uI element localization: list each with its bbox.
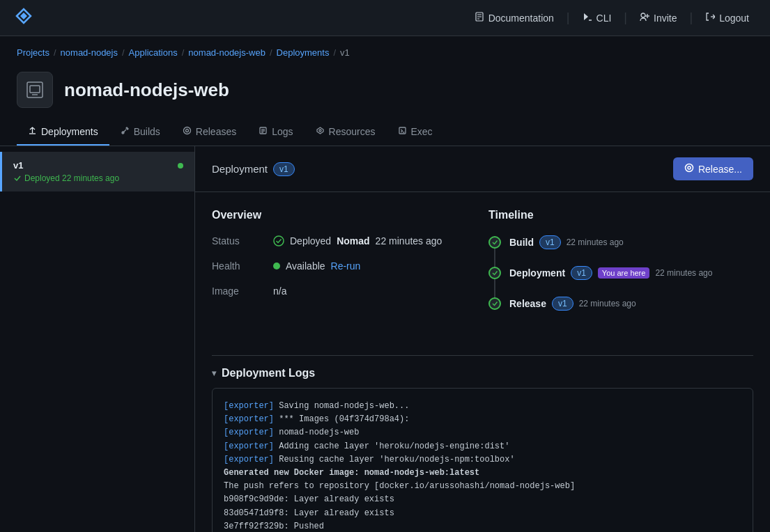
svg-point-23 [319,130,321,132]
timeline-content-release: Release v1 22 minutes ago [509,297,636,311]
status-nomad: Nomad [337,235,369,247]
tab-logs[interactable]: Logs [247,119,304,146]
release-timeline-badge: v1 [552,297,573,311]
logo-icon [14,6,33,30]
deployment-list-item[interactable]: v1 Deployed 22 minutes ago [0,152,194,191]
log-line-9: 83d05471d9f8: Layer already exists [224,507,741,520]
breadcrumb: Projects / nomad-nodejs / Applications /… [0,36,770,63]
logo[interactable] [14,6,33,30]
logs-container[interactable]: [exporter] Saving nomad-nodejs-web... [e… [212,388,753,532]
overview-section: Overview Status Deployed Nomad 22 minute… [212,209,488,327]
resources-tab-icon [316,126,325,137]
status-time: 22 minutes ago [376,235,442,247]
timeline-content-deployment: Deployment v1 You are here 22 minutes ag… [509,266,712,280]
deployment-label: Deployment [212,163,268,175]
breadcrumb-deployments[interactable]: Deployments [277,47,330,58]
breadcrumb-sep-2: / [122,47,125,58]
status-dot-green [178,163,183,169]
status-deployed: Deployed [290,235,331,247]
logs-header: ▾ Deployment Logs [212,367,753,380]
deployment-item-content: v1 Deployed 22 minutes ago [13,160,183,183]
nav-separator-1: | [567,10,570,25]
rerun-link[interactable]: Re-run [331,260,361,272]
deployment-time: 22 minutes ago [655,268,712,278]
timeline-dot-build [488,236,501,249]
logs-tab-icon [259,126,268,137]
image-label: Image [212,285,268,297]
status-label: Status [212,235,268,247]
tab-deployments[interactable]: Deployments [17,119,109,146]
documentation-link[interactable]: Documentation [468,8,561,28]
breadcrumb-v1: v1 [340,47,350,58]
app-icon [17,72,53,108]
release-timeline-label: Release [509,298,546,309]
detail-columns: Overview Status Deployed Nomad 22 minute… [195,192,770,344]
nav-separator-3: | [689,10,693,25]
release-time: 22 minutes ago [579,299,636,308]
breadcrumb-app-name[interactable]: nomad-nodejs-web [188,47,265,58]
svg-marker-22 [317,127,323,134]
tab-resources[interactable]: Resources [305,119,387,146]
deployments-tab-icon [28,126,37,137]
logout-link[interactable]: Logout [698,8,756,28]
tab-releases[interactable]: Releases [171,119,247,146]
timeline-item-build: Build v1 22 minutes ago [488,235,753,249]
image-value: n/a [273,285,286,297]
breadcrumb-nomad-nodejs[interactable]: nomad-nodejs [61,47,118,58]
timeline-title: Timeline [488,209,753,221]
tab-builds[interactable]: Builds [109,119,171,146]
cli-link[interactable]: CLI [576,8,619,28]
app-header: nomad-nodejs-web [0,63,770,108]
tab-logs-label: Logs [272,126,293,137]
image-text: n/a [273,285,286,297]
health-label: Health [212,260,268,272]
log-line-2: [exporter] *** Images (04f374d798a4): [224,413,741,426]
releases-tab-icon [183,126,192,137]
svg-marker-4 [584,13,588,20]
builds-tab-icon [121,126,130,137]
main-content: v1 Deployed 22 minutes ago Deployment v1 [0,146,770,532]
invite-link[interactable]: Invite [633,8,684,28]
deployment-title: Deployment v1 [212,162,295,176]
release-button[interactable]: Release... [673,157,753,180]
deployment-version-badge: v1 [273,162,295,176]
topnav-links: Documentation | CLI | Invite [468,8,756,28]
timeline-item-release: Release v1 22 minutes ago [488,297,753,311]
deployment-detail-panel: Deployment v1 Release... Overview [195,146,770,532]
tab-exec[interactable]: Exec [387,119,444,146]
tab-resources-label: Resources [329,126,376,137]
log-line-1: [exporter] Saving nomad-nodejs-web... [224,400,741,413]
build-time: 22 minutes ago [567,237,624,247]
log-bold-1: Generated new Docker image: nomad-nodejs… [224,468,479,478]
breadcrumb-projects[interactable]: Projects [17,47,49,58]
page-title: nomad-nodejs-web [64,79,229,101]
build-label: Build [509,237,534,248]
exec-tab-icon [398,126,407,137]
deployment-timeline-label: Deployment [509,267,565,279]
logs-title: Deployment Logs [222,367,315,380]
cli-icon [583,12,592,24]
breadcrumb-applications[interactable]: Applications [129,47,178,58]
log-exporter-1: [exporter] [224,401,274,411]
log-exporter-2: [exporter] [224,414,274,424]
timeline-content-build: Build v1 22 minutes ago [509,235,624,249]
release-icon [684,163,694,175]
nav-separator-2: | [624,10,627,25]
log-line-6: Generated new Docker image: nomad-nodejs… [224,467,741,480]
invite-label: Invite [654,13,677,24]
documentation-label: Documentation [488,13,554,24]
status-row: Status Deployed Nomad 22 minutes ago [212,235,488,247]
svg-point-28 [274,236,284,246]
health-value: Available Re-run [273,260,360,272]
status-value: Deployed Nomad 22 minutes ago [273,235,442,247]
log-line-10: 3e7ff92f329b: Pushed [224,520,741,532]
tab-builds-label: Builds [134,126,160,137]
release-button-label: Release... [698,164,742,175]
svg-point-27 [688,166,691,169]
deployment-version: v1 [13,160,23,171]
deployment-header: Deployment v1 Release... [195,146,770,192]
overview-title: Overview [212,209,488,221]
top-navigation: Documentation | CLI | Invite [0,0,770,36]
logout-icon [705,12,715,24]
breadcrumb-sep-5: / [333,47,336,58]
